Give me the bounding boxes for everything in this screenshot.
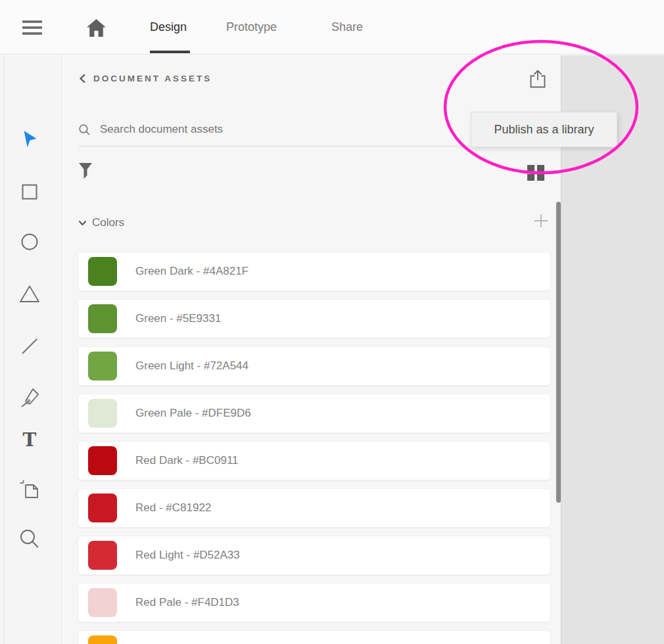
share-export-icon	[528, 68, 548, 89]
color-asset-row[interactable]: Red Pale - #F4D1D3	[78, 583, 551, 622]
color-asset-label: Red - #C81922	[135, 501, 211, 515]
text-tool-button[interactable]: T	[18, 428, 41, 452]
chevron-left-icon	[79, 74, 86, 83]
color-asset-label: Green Pale - #DFE9D6	[135, 407, 251, 420]
hamburger-icon	[22, 20, 43, 37]
artboard-tool-button[interactable]	[18, 478, 41, 501]
ellipse-icon	[19, 231, 40, 252]
color-asset-row[interactable]: Red Dark - #BC0911	[78, 441, 551, 480]
plus-icon	[533, 213, 549, 229]
active-tab-underline	[150, 51, 190, 53]
search-input[interactable]	[100, 123, 376, 136]
zoom-tool-button[interactable]	[18, 527, 41, 551]
line-tool-button[interactable]	[18, 334, 41, 358]
color-swatch	[88, 588, 117, 617]
tab-share[interactable]: Share	[331, 20, 363, 34]
color-swatch	[88, 494, 117, 522]
color-asset-label: Green Light - #72A544	[135, 359, 249, 373]
color-assets-list: Green Dark - #4A821F Green - #5E9331 Gre…	[78, 252, 551, 644]
color-asset-label: Red Dark - #BC0911	[135, 454, 239, 467]
publish-tooltip: Publish as a library	[471, 112, 617, 147]
color-asset-label: Red Pale - #F4D1D3	[135, 596, 239, 609]
color-swatch	[88, 304, 117, 333]
ellipse-tool-button[interactable]	[18, 230, 41, 254]
filter-funnel-icon	[78, 162, 93, 180]
color-asset-label: Red Light - #D52A33	[135, 549, 240, 562]
colors-section-header: Colors	[78, 213, 554, 233]
polygon-tool-button[interactable]	[18, 282, 41, 306]
colors-section-toggle[interactable]: Colors	[78, 216, 124, 229]
publish-library-button[interactable]	[527, 68, 549, 90]
color-swatch	[88, 257, 117, 286]
panel-scrollbar-thumb[interactable]	[556, 202, 561, 503]
artboard-icon	[19, 479, 40, 500]
triangle-icon	[18, 283, 41, 304]
top-bar: Design Prototype Share	[0, 0, 664, 55]
grid-view-icon	[527, 165, 544, 181]
color-asset-label: Green - #5E9331	[135, 312, 221, 325]
color-swatch	[88, 635, 117, 644]
text-tool-icon: T	[23, 431, 37, 449]
color-swatch	[88, 399, 117, 428]
main-menu-button[interactable]	[22, 20, 43, 37]
color-asset-row[interactable]: Green Light - #72A544	[78, 346, 551, 386]
select-arrow-icon	[20, 129, 39, 150]
color-asset-row[interactable]: Green Pale - #DFE9D6	[78, 394, 551, 433]
filter-row	[78, 159, 554, 188]
color-swatch	[88, 541, 117, 570]
rectangle-icon	[19, 181, 40, 202]
color-asset-row[interactable]: Green Dark - #4A821F	[78, 252, 551, 291]
color-asset-row[interactable]	[78, 630, 551, 644]
pen-tool-button[interactable]	[18, 386, 41, 409]
color-swatch	[88, 446, 117, 475]
window-edge-line	[4, 55, 5, 644]
tools-sidebar: T	[0, 55, 62, 644]
tab-prototype[interactable]: Prototype	[226, 20, 277, 34]
color-asset-row[interactable]: Green - #5E9331	[78, 299, 551, 338]
home-icon	[85, 17, 107, 39]
tab-design[interactable]: Design	[150, 20, 187, 34]
pen-nib-icon	[18, 386, 41, 409]
line-icon	[19, 336, 40, 357]
rectangle-tool-button[interactable]	[18, 180, 41, 204]
color-asset-row[interactable]: Red Light - #D52A33	[78, 536, 551, 575]
grid-view-button[interactable]	[527, 165, 544, 181]
color-swatch	[88, 352, 117, 380]
color-asset-label: Green Dark - #4A821F	[135, 265, 249, 278]
color-asset-row[interactable]: Red - #C81922	[78, 488, 551, 528]
assets-panel-back[interactable]: DOCUMENT ASSETS	[79, 71, 212, 85]
home-button[interactable]	[85, 17, 107, 39]
colors-section-label: Colors	[92, 216, 124, 229]
add-color-button[interactable]	[533, 213, 549, 229]
magnifier-icon	[18, 528, 41, 550]
search-icon	[78, 124, 91, 136]
panel-title: DOCUMENT ASSETS	[93, 74, 212, 83]
chevron-down-icon	[78, 220, 87, 226]
select-tool-button[interactable]	[18, 127, 41, 151]
filter-button[interactable]	[78, 162, 95, 182]
